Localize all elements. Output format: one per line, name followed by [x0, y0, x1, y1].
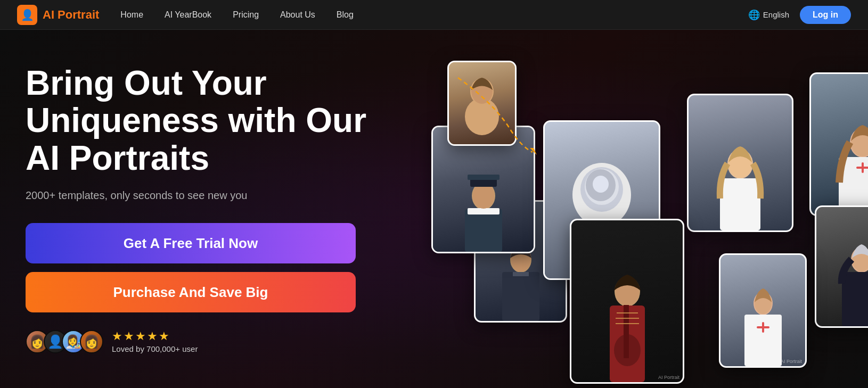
navbar: 👤 AI Portrait Home AI YearBook Pricing A…	[0, 0, 868, 30]
login-button[interactable]: Log in	[800, 6, 851, 24]
loved-count: Loved by 700,000+ user	[112, 344, 198, 353]
svg-point-14	[593, 176, 609, 193]
svg-rect-19	[513, 272, 529, 276]
hero-section: Bring Out Your Uniqueness with Our AI Po…	[0, 30, 868, 388]
star-rating: ★★★★★	[112, 329, 198, 343]
photo-card-9: AI Portrait	[719, 253, 807, 368]
logo-icon: 👤	[17, 5, 37, 25]
watermark-9: AI Portrait	[781, 359, 802, 364]
nav-link-yearbook[interactable]: AI YearBook	[165, 10, 211, 20]
photo-card-8	[815, 205, 868, 328]
nav-right: 🌐 English Log in	[748, 6, 851, 24]
nav-logo[interactable]: 👤 AI Portrait	[17, 5, 99, 25]
free-trial-button[interactable]: Get A Free Trial Now	[26, 223, 356, 263]
social-proof: 👩 👤 👩‍🎨 👩 ★★★★★ Loved by 700,000+ user	[26, 329, 373, 353]
svg-rect-9	[468, 175, 499, 180]
nav-link-pricing[interactable]: Pricing	[233, 10, 259, 20]
svg-rect-35	[862, 162, 864, 173]
nav-link-home[interactable]: Home	[120, 10, 143, 20]
hero-title: Bring Out Your Uniqueness with Our AI Po…	[26, 64, 373, 177]
purchase-button[interactable]: Purchase And Save Big	[26, 272, 356, 312]
avatar-4: 👩	[80, 330, 103, 353]
nav-links: Home AI YearBook Pricing About Us Blog	[120, 10, 726, 20]
photo-card-5: AI Portrait	[570, 219, 684, 384]
svg-rect-29	[720, 178, 760, 230]
svg-rect-6	[468, 208, 499, 214]
rating: ★★★★★ Loved by 700,000+ user	[112, 329, 198, 353]
svg-point-7	[473, 183, 494, 209]
logo-text: AI Portrait	[43, 8, 99, 22]
svg-rect-5	[465, 209, 502, 252]
nav-link-blog[interactable]: Blog	[337, 10, 354, 20]
hero-subtitle: 2000+ templates, only seconds to see new…	[26, 189, 373, 202]
photo-card-6	[687, 94, 793, 232]
svg-rect-43	[762, 322, 764, 333]
svg-rect-37	[842, 272, 869, 326]
user-avatars: 👩 👤 👩‍🎨 👩	[26, 330, 103, 353]
svg-marker-0	[530, 148, 537, 155]
svg-rect-17	[502, 272, 539, 321]
hero-photo-collage: AI Portrait	[389, 30, 868, 388]
nav-link-about[interactable]: About Us	[280, 10, 315, 20]
globe-icon: 🌐	[748, 9, 760, 21]
language-label: English	[763, 10, 789, 19]
language-selector[interactable]: 🌐 English	[748, 9, 789, 21]
watermark-5: AI Portrait	[658, 375, 679, 380]
hero-left: Bring Out Your Uniqueness with Our AI Po…	[0, 64, 373, 353]
dashed-arrow	[415, 62, 575, 168]
photo-card-7	[809, 72, 868, 216]
